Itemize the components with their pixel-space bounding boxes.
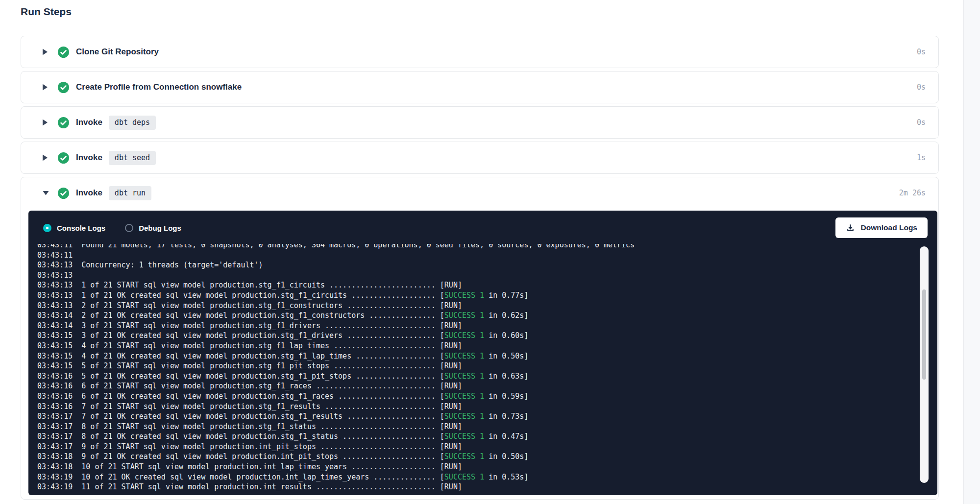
step-duration: 0s <box>917 118 926 127</box>
download-logs-label: Download Logs <box>861 223 917 232</box>
log-line: 03:43:18 10 of 21 START sql view model p… <box>37 462 937 472</box>
page-right-gutter <box>963 0 980 504</box>
chevron-down-icon[interactable] <box>43 191 49 195</box>
log-line: 03:43:17 7 of 21 OK created sql view mod… <box>37 411 937 422</box>
log-line: 03:43:19 11 of 21 START sql view model p… <box>37 482 937 492</box>
log-line: 03:43:15 4 of 21 START sql view model pr… <box>37 341 937 351</box>
log-line: 03:43:11 <box>37 250 937 261</box>
step-label: Invoke <box>76 118 102 127</box>
step-header-invoke-dbt-run[interactable]: Invoke dbt run 2m 26s <box>21 177 938 209</box>
log-line: 03:43:13 <box>37 270 937 281</box>
chevron-right-icon[interactable] <box>43 48 49 55</box>
command-badge: dbt run <box>109 186 151 200</box>
log-output[interactable]: 03:43:11 Found 21 models, 17 tests, 0 sn… <box>28 244 937 495</box>
step-card-clone-git-repository: Clone Git Repository 0s <box>21 36 939 68</box>
log-line: 03:43:17 9 of 21 START sql view model pr… <box>37 442 937 452</box>
chevron-right-icon[interactable] <box>43 154 49 161</box>
log-scrollbar-track[interactable] <box>920 246 929 483</box>
success-check-circle-icon <box>58 47 69 58</box>
log-toolbar: Console Logs Debug Logs Download Logs <box>28 211 937 244</box>
log-line: 03:43:11 Found 21 models, 17 tests, 0 sn… <box>37 244 937 250</box>
step-label: Create Profile from Connection snowflake <box>76 82 242 92</box>
log-line: 03:43:13 Concurrency: 1 threads (target=… <box>37 260 937 270</box>
log-lines: 03:43:11 Found 21 models, 17 tests, 0 sn… <box>28 244 937 492</box>
chevron-right-icon[interactable] <box>43 84 49 91</box>
success-check-circle-icon <box>58 188 69 199</box>
success-check-circle-icon <box>58 82 69 93</box>
log-line: 03:43:15 3 of 21 OK created sql view mod… <box>37 331 937 341</box>
chevron-right-icon[interactable] <box>43 119 49 126</box>
log-line: 03:43:16 7 of 21 START sql view model pr… <box>37 402 937 412</box>
console-logs-radio[interactable]: Console Logs <box>43 224 105 232</box>
log-line: 03:43:14 3 of 21 START sql view model pr… <box>37 321 937 331</box>
log-line: 03:43:13 2 of 21 START sql view model pr… <box>37 301 937 311</box>
debug-logs-radio[interactable]: Debug Logs <box>125 224 181 232</box>
step-card-invoke-dbt-seed: Invoke dbt seed 1s <box>21 142 939 174</box>
page-title: Run Steps <box>21 6 980 18</box>
radio-selected-icon <box>43 224 51 232</box>
step-duration: 0s <box>917 83 926 92</box>
log-scrollbar-thumb[interactable] <box>922 289 926 380</box>
step-header-invoke-dbt-deps[interactable]: Invoke dbt deps 0s <box>21 107 938 138</box>
success-check-circle-icon <box>58 117 69 128</box>
step-header-create-profile[interactable]: Create Profile from Connection snowflake… <box>21 72 938 103</box>
step-duration: 0s <box>917 48 926 56</box>
log-line: 03:43:13 1 of 21 OK created sql view mod… <box>37 290 937 301</box>
step-label: Invoke <box>76 188 102 198</box>
step-label: Invoke <box>76 153 102 163</box>
radio-label: Console Logs <box>57 224 105 232</box>
log-line: 03:43:17 8 of 21 OK created sql view mod… <box>37 432 937 442</box>
command-badge: dbt seed <box>109 151 156 165</box>
console-log-panel: Console Logs Debug Logs Download Logs <box>28 211 937 495</box>
log-line: 03:43:16 6 of 21 OK created sql view mod… <box>37 391 937 402</box>
step-label: Clone Git Repository <box>76 47 159 57</box>
log-line: 03:43:17 8 of 21 START sql view model pr… <box>37 422 937 432</box>
success-check-circle-icon <box>58 152 69 164</box>
run-steps-section: Run Steps Clone Git Repository 0s Create… <box>0 0 980 500</box>
log-line: 03:43:14 2 of 21 OK created sql view mod… <box>37 311 937 321</box>
step-card-create-profile: Create Profile from Connection snowflake… <box>21 71 939 103</box>
download-logs-button[interactable]: Download Logs <box>835 217 928 238</box>
step-header-clone-git-repository[interactable]: Clone Git Repository 0s <box>21 36 938 68</box>
log-line: 03:43:16 5 of 21 OK created sql view mod… <box>37 371 937 382</box>
log-line: 03:43:15 5 of 21 START sql view model pr… <box>37 361 937 371</box>
step-header-invoke-dbt-seed[interactable]: Invoke dbt seed 1s <box>21 142 938 173</box>
step-card-invoke-dbt-deps: Invoke dbt deps 0s <box>21 106 939 139</box>
step-duration: 2m 26s <box>899 189 926 197</box>
log-line: 03:43:13 1 of 21 START sql view model pr… <box>37 280 937 290</box>
download-icon <box>846 223 855 233</box>
radio-label: Debug Logs <box>139 224 181 232</box>
step-card-invoke-dbt-run: Invoke dbt run 2m 26s Console Logs Debug… <box>21 177 939 500</box>
log-line: 03:43:16 6 of 21 START sql view model pr… <box>37 381 937 391</box>
radio-unselected-icon <box>125 224 133 232</box>
step-duration: 1s <box>917 153 926 162</box>
command-badge: dbt deps <box>109 116 156 130</box>
log-line: 03:43:19 10 of 21 OK created sql view mo… <box>37 472 937 482</box>
log-line: 03:43:15 4 of 21 OK created sql view mod… <box>37 351 937 361</box>
log-line: 03:43:18 9 of 21 OK created sql view mod… <box>37 452 937 462</box>
